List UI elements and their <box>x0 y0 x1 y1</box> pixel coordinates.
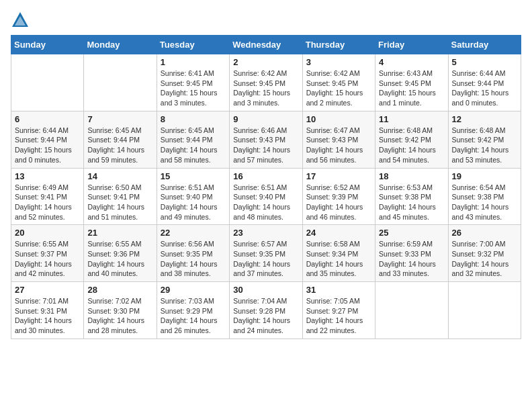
calendar-day-cell: 12Sunrise: 6:48 AM Sunset: 9:42 PM Dayli… <box>448 111 521 168</box>
calendar-day-cell: 11Sunrise: 6:48 AM Sunset: 9:42 PM Dayli… <box>375 111 448 168</box>
calendar-day-cell: 2Sunrise: 6:42 AM Sunset: 9:45 PM Daylig… <box>230 54 302 111</box>
day-info: Sunrise: 6:42 AM Sunset: 9:45 PM Dayligh… <box>306 68 371 108</box>
day-info: Sunrise: 6:52 AM Sunset: 9:39 PM Dayligh… <box>306 183 371 222</box>
calendar-day-cell <box>11 54 84 111</box>
day-info: Sunrise: 6:51 AM Sunset: 9:40 PM Dayligh… <box>233 183 298 222</box>
calendar-day-cell: 8Sunrise: 6:45 AM Sunset: 9:44 PM Daylig… <box>157 111 229 168</box>
day-number: 4 <box>379 57 444 67</box>
calendar-day-cell: 29Sunrise: 7:03 AM Sunset: 9:29 PM Dayli… <box>157 282 229 339</box>
day-info: Sunrise: 7:05 AM Sunset: 9:27 PM Dayligh… <box>306 296 371 336</box>
calendar-day-cell: 26Sunrise: 7:00 AM Sunset: 9:32 PM Dayli… <box>448 225 521 282</box>
day-number: 29 <box>161 285 226 295</box>
calendar-week-row: 27Sunrise: 7:01 AM Sunset: 9:31 PM Dayli… <box>11 282 521 339</box>
weekday-header: Tuesday <box>157 36 229 54</box>
calendar-header-row: SundayMondayTuesdayWednesdayThursdayFrid… <box>11 36 521 54</box>
weekday-header: Friday <box>375 36 448 54</box>
day-number: 16 <box>233 171 298 181</box>
day-number: 25 <box>379 228 444 238</box>
day-info: Sunrise: 6:47 AM Sunset: 9:43 PM Dayligh… <box>306 126 371 165</box>
day-info: Sunrise: 6:54 AM Sunset: 9:38 PM Dayligh… <box>452 183 517 222</box>
day-number: 17 <box>306 171 371 181</box>
page-header <box>11 11 521 30</box>
day-info: Sunrise: 7:01 AM Sunset: 9:31 PM Dayligh… <box>15 296 80 336</box>
calendar-day-cell: 3Sunrise: 6:42 AM Sunset: 9:45 PM Daylig… <box>302 54 375 111</box>
day-number: 6 <box>15 114 80 124</box>
calendar-day-cell: 17Sunrise: 6:52 AM Sunset: 9:39 PM Dayli… <box>302 168 375 225</box>
day-info: Sunrise: 6:44 AM Sunset: 9:44 PM Dayligh… <box>452 68 517 108</box>
calendar-day-cell: 20Sunrise: 6:55 AM Sunset: 9:37 PM Dayli… <box>11 225 84 282</box>
day-number: 26 <box>452 228 517 238</box>
calendar-day-cell <box>448 282 521 339</box>
day-number: 20 <box>15 228 80 238</box>
logo <box>11 11 32 30</box>
day-info: Sunrise: 6:43 AM Sunset: 9:45 PM Dayligh… <box>379 68 444 108</box>
calendar-day-cell: 28Sunrise: 7:02 AM Sunset: 9:30 PM Dayli… <box>84 282 157 339</box>
day-info: Sunrise: 6:56 AM Sunset: 9:35 PM Dayligh… <box>161 239 226 279</box>
day-number: 30 <box>233 285 298 295</box>
calendar-day-cell: 23Sunrise: 6:57 AM Sunset: 9:35 PM Dayli… <box>230 225 302 282</box>
day-number: 10 <box>306 114 371 124</box>
day-number: 11 <box>379 114 444 124</box>
calendar-day-cell: 7Sunrise: 6:45 AM Sunset: 9:44 PM Daylig… <box>84 111 157 168</box>
day-number: 8 <box>161 114 226 124</box>
calendar-week-row: 13Sunrise: 6:49 AM Sunset: 9:41 PM Dayli… <box>11 168 521 225</box>
calendar-day-cell: 19Sunrise: 6:54 AM Sunset: 9:38 PM Dayli… <box>448 168 521 225</box>
day-number: 15 <box>161 171 226 181</box>
calendar-day-cell: 25Sunrise: 6:59 AM Sunset: 9:33 PM Dayli… <box>375 225 448 282</box>
calendar-day-cell: 22Sunrise: 6:56 AM Sunset: 9:35 PM Dayli… <box>157 225 229 282</box>
day-number: 9 <box>233 114 298 124</box>
calendar-day-cell: 30Sunrise: 7:04 AM Sunset: 9:28 PM Dayli… <box>230 282 302 339</box>
calendar-day-cell: 13Sunrise: 6:49 AM Sunset: 9:41 PM Dayli… <box>11 168 84 225</box>
day-number: 2 <box>233 57 298 67</box>
calendar-week-row: 1Sunrise: 6:41 AM Sunset: 9:45 PM Daylig… <box>11 54 521 111</box>
calendar-table: SundayMondayTuesdayWednesdayThursdayFrid… <box>11 35 521 339</box>
day-number: 31 <box>306 285 371 295</box>
weekday-header: Sunday <box>11 36 84 54</box>
day-info: Sunrise: 6:55 AM Sunset: 9:37 PM Dayligh… <box>15 239 80 279</box>
day-info: Sunrise: 6:55 AM Sunset: 9:36 PM Dayligh… <box>87 239 152 279</box>
day-info: Sunrise: 6:45 AM Sunset: 9:44 PM Dayligh… <box>87 126 152 165</box>
logo-icon <box>11 11 30 30</box>
calendar-day-cell: 9Sunrise: 6:46 AM Sunset: 9:43 PM Daylig… <box>230 111 302 168</box>
day-info: Sunrise: 7:04 AM Sunset: 9:28 PM Dayligh… <box>233 296 298 336</box>
day-number: 19 <box>452 171 517 181</box>
calendar-week-row: 6Sunrise: 6:44 AM Sunset: 9:44 PM Daylig… <box>11 111 521 168</box>
day-info: Sunrise: 6:41 AM Sunset: 9:45 PM Dayligh… <box>161 68 226 108</box>
day-number: 24 <box>306 228 371 238</box>
day-info: Sunrise: 6:42 AM Sunset: 9:45 PM Dayligh… <box>233 68 298 108</box>
day-number: 27 <box>15 285 80 295</box>
day-info: Sunrise: 7:00 AM Sunset: 9:32 PM Dayligh… <box>452 239 517 279</box>
day-info: Sunrise: 7:02 AM Sunset: 9:30 PM Dayligh… <box>87 296 152 336</box>
day-info: Sunrise: 6:50 AM Sunset: 9:41 PM Dayligh… <box>87 183 152 222</box>
calendar-day-cell: 4Sunrise: 6:43 AM Sunset: 9:45 PM Daylig… <box>375 54 448 111</box>
calendar-day-cell: 27Sunrise: 7:01 AM Sunset: 9:31 PM Dayli… <box>11 282 84 339</box>
day-info: Sunrise: 6:48 AM Sunset: 9:42 PM Dayligh… <box>452 126 517 165</box>
day-info: Sunrise: 6:49 AM Sunset: 9:41 PM Dayligh… <box>15 183 80 222</box>
day-number: 21 <box>87 228 152 238</box>
day-number: 23 <box>233 228 298 238</box>
day-number: 22 <box>161 228 226 238</box>
day-number: 13 <box>15 171 80 181</box>
weekday-header: Monday <box>84 36 157 54</box>
day-number: 14 <box>87 171 152 181</box>
day-number: 3 <box>306 57 371 67</box>
day-info: Sunrise: 6:53 AM Sunset: 9:38 PM Dayligh… <box>379 183 444 222</box>
day-number: 5 <box>452 57 517 67</box>
calendar-day-cell <box>375 282 448 339</box>
calendar-day-cell: 14Sunrise: 6:50 AM Sunset: 9:41 PM Dayli… <box>84 168 157 225</box>
weekday-header: Wednesday <box>230 36 302 54</box>
calendar-day-cell: 1Sunrise: 6:41 AM Sunset: 9:45 PM Daylig… <box>157 54 229 111</box>
calendar-day-cell: 16Sunrise: 6:51 AM Sunset: 9:40 PM Dayli… <box>230 168 302 225</box>
calendar-day-cell: 5Sunrise: 6:44 AM Sunset: 9:44 PM Daylig… <box>448 54 521 111</box>
day-info: Sunrise: 6:59 AM Sunset: 9:33 PM Dayligh… <box>379 239 444 279</box>
calendar-day-cell <box>84 54 157 111</box>
day-info: Sunrise: 6:58 AM Sunset: 9:34 PM Dayligh… <box>306 239 371 279</box>
day-info: Sunrise: 6:45 AM Sunset: 9:44 PM Dayligh… <box>161 126 226 165</box>
day-number: 28 <box>87 285 152 295</box>
calendar-day-cell: 21Sunrise: 6:55 AM Sunset: 9:36 PM Dayli… <box>84 225 157 282</box>
calendar-day-cell: 10Sunrise: 6:47 AM Sunset: 9:43 PM Dayli… <box>302 111 375 168</box>
day-info: Sunrise: 6:57 AM Sunset: 9:35 PM Dayligh… <box>233 239 298 279</box>
calendar-day-cell: 24Sunrise: 6:58 AM Sunset: 9:34 PM Dayli… <box>302 225 375 282</box>
calendar-day-cell: 15Sunrise: 6:51 AM Sunset: 9:40 PM Dayli… <box>157 168 229 225</box>
day-number: 12 <box>452 114 517 124</box>
